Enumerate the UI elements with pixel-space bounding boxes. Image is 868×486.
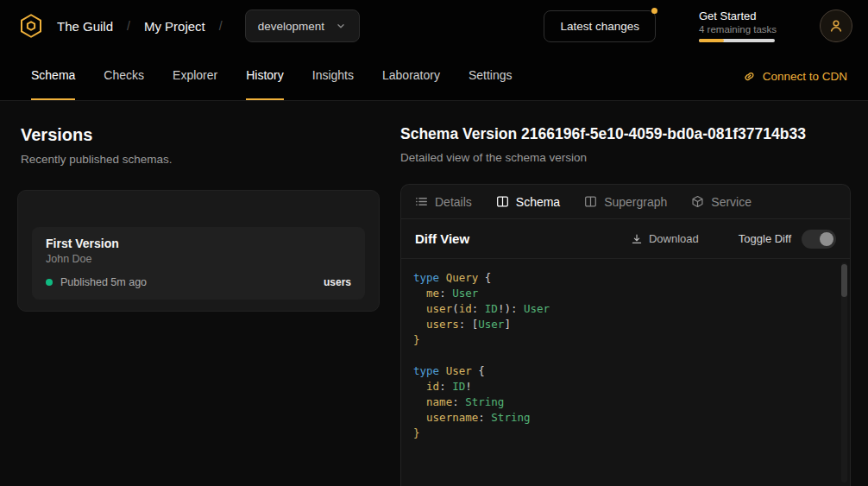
scrollbar-thumb[interactable] [841,264,847,297]
versions-card: First Version John Doe Published 5m ago … [17,190,380,312]
environment-value: development [258,20,324,33]
diff-view-title: Diff View [415,231,469,246]
tab-explorer[interactable]: Explorer [173,52,217,100]
service-badge: users [324,276,351,288]
tab-checks[interactable]: Checks [104,52,144,100]
code-line: type Query { [413,270,838,286]
panel-tab-label: Service [711,195,752,209]
person-icon [828,18,844,34]
detail-tabs: DetailsSchemaSupergraphService [401,185,850,219]
panel-tab-schema[interactable]: Schema [496,195,560,209]
code-line [413,348,838,363]
sdl-code-block[interactable]: type Query { me: User user(id: ID!): Use… [401,258,850,486]
code-line: type User { [413,363,838,379]
user-menu-button[interactable] [820,9,852,42]
toggle-diff-label: Toggle Diff [739,232,791,245]
tab-schema[interactable]: Schema [31,52,75,100]
version-list-item[interactable]: First Version John Doe Published 5m ago … [32,227,365,300]
schema-detail-panel: DetailsSchemaSupergraphService Diff View… [400,184,851,486]
breadcrumb-separator: / [127,19,130,33]
main-nav: SchemaChecksExplorerHistoryInsightsLabor… [0,52,868,101]
connect-cdn-label: Connect to CDN [763,70,847,83]
toggle-diff-switch[interactable] [802,230,836,249]
code-line: user(id: ID!): User [413,301,838,317]
code-line: } [413,426,838,441]
schema-version-subtitle: Detailed view of the schema version [400,151,851,164]
code-line: name: String [413,394,838,410]
versions-title: Versions [21,125,380,145]
link-icon [743,70,756,83]
code-line: me: User [413,286,838,301]
diff-actions: Download Toggle Diff [631,230,836,249]
notification-dot [651,8,657,14]
download-button[interactable]: Download [631,232,699,245]
version-status: Published 5m ago [60,276,147,288]
get-started-task-count: 4 remaining tasks [699,24,780,35]
columns-icon [584,195,597,208]
download-label: Download [649,232,699,245]
panel-tab-supergraph[interactable]: Supergraph [584,195,667,209]
versions-column: Versions Recently published schemas. Fir… [0,101,400,486]
package-icon [691,195,704,208]
versions-header: Versions Recently published schemas. [17,125,380,166]
panel-tab-details[interactable]: Details [415,195,472,209]
tab-history[interactable]: History [246,52,284,100]
progress-fill [699,39,724,42]
download-icon [631,233,643,245]
schema-version-title: Schema Version 2166196f-5e10-4059-bd0a-0… [400,125,851,143]
nav-tabs: SchemaChecksExplorerHistoryInsightsLabor… [31,52,513,100]
version-author: John Doe [46,253,351,265]
code-line: username: String [413,410,838,426]
latest-changes-button[interactable]: Latest changes [544,10,656,42]
code-line: id: ID! [413,379,838,394]
panel-tab-label: Details [435,195,472,209]
breadcrumb-separator: / [219,19,223,33]
columns-icon [496,195,509,208]
get-started-widget[interactable]: Get Started 4 remaining tasks [699,9,780,42]
breadcrumb-org[interactable]: The Guild [57,19,113,34]
tab-settings[interactable]: Settings [469,52,513,100]
version-meta-row: Published 5m ago users [46,276,351,288]
latest-changes-label: Latest changes [560,20,639,33]
list-icon [415,195,428,208]
progress-bar [699,39,775,42]
panel-tab-service[interactable]: Service [691,195,752,209]
hive-logo-icon[interactable] [17,12,45,40]
top-bar: The Guild / My Project / development Lat… [0,0,868,52]
breadcrumb: The Guild / My Project / [57,19,223,34]
chevron-down-icon [335,20,347,32]
version-name: First Version [46,237,351,250]
connect-cdn-link[interactable]: Connect to CDN [743,52,847,100]
code-line: users: [User] [413,317,838,332]
page-content: Versions Recently published schemas. Fir… [0,101,868,486]
breadcrumb-project[interactable]: My Project [144,19,205,34]
schema-version-detail: Schema Version 2166196f-5e10-4059-bd0a-0… [400,101,868,486]
code-line: } [413,332,838,348]
panel-tab-label: Supergraph [604,195,667,209]
panel-tab-label: Schema [516,195,560,209]
get-started-title: Get Started [699,9,780,22]
switch-knob [820,232,833,246]
scrollbar[interactable] [841,262,847,483]
tab-laboratory[interactable]: Laboratory [382,52,440,100]
versions-subtitle: Recently published schemas. [21,153,380,166]
tab-insights[interactable]: Insights [312,52,354,100]
sdl-code: type Query { me: User user(id: ID!): Use… [413,270,838,441]
environment-select[interactable]: development [245,9,360,42]
published-status-dot [46,279,53,286]
diff-view-header: Diff View Download Toggle Diff [401,219,850,258]
